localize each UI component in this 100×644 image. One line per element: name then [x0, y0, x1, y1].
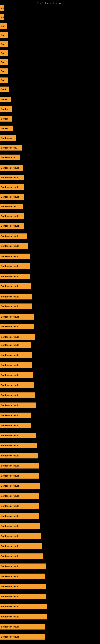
bar-item-12: Bottlen: [0, 106, 12, 112]
bar-item-23: Bottleneck result: [0, 213, 24, 219]
bar-label-20: Bottleneck result: [1, 186, 19, 188]
bar-label-51: Bottleneck result: [1, 495, 19, 497]
bar-label-13: Bottlen: [1, 118, 8, 120]
bar-item-18: Bottleneck result: [0, 165, 23, 171]
bar-item-50: Bottleneck result: [0, 483, 40, 489]
bar-label-38: Bottleneck result: [1, 364, 19, 366]
bar-label-10: Bottl: [1, 88, 6, 90]
bar-item-36: Bottleneck result: [0, 342, 31, 348]
bar-item-39: Bottleneck result: [0, 372, 33, 378]
bar-label-49: Bottleneck result: [1, 474, 19, 477]
bar-item-40: Bottleneck result: [0, 382, 34, 388]
bar-item-52: Bottleneck result: [0, 503, 39, 509]
bar-label-11: Bottle: [1, 98, 7, 100]
site-title: TheBottlenecker.com: [0, 0, 100, 6]
bar-label-8: Bott: [1, 70, 5, 72]
bar-label-6: Bott: [1, 52, 5, 54]
bar-label-48: Bottleneck result: [1, 464, 19, 467]
bar-item-58: Bottleneck result: [0, 564, 46, 569]
bar-label-9: Bott: [1, 79, 5, 82]
bar-item-64: Bottleneck result: [0, 624, 45, 630]
bar-label-4: Bott: [1, 34, 5, 36]
bar-item-25: Bottleneck result: [0, 234, 27, 239]
bar-label-27: Bottleneck result: [1, 255, 19, 258]
bar-item-65: Bottleneck result: [0, 634, 45, 640]
bar-label-7: Bott: [1, 61, 5, 64]
bar-item-13: Bottlen: [0, 116, 12, 122]
bar-item-31: Bottleneck result: [0, 294, 32, 300]
bar-item-61: Bottleneck result: [0, 594, 46, 599]
bar-item-20: Bottleneck result: [0, 184, 24, 190]
bar-item-22: Bottleneck resu: [0, 204, 23, 209]
bar-item-51: Bottleneck result: [0, 493, 39, 499]
bar-item-38: Bottleneck result: [0, 362, 32, 368]
bar-item-49: Bottleneck result: [0, 473, 39, 478]
bar-label-61: Bottleneck result: [1, 595, 19, 598]
bar-label-65: Bottleneck result: [1, 636, 19, 638]
bar-label-56: Bottleneck result: [1, 545, 19, 548]
bar-label-32: Bottleneck result: [1, 305, 19, 308]
bar-label-37: Bottleneck result: [1, 354, 19, 356]
bar-label-5: Bott: [1, 43, 5, 45]
bar-item-33: Bottleneck result: [0, 314, 34, 320]
bar-item-28: Bottleneck result: [0, 263, 30, 269]
bar-item-5: Bott: [0, 41, 8, 47]
bar-item-34: Bottleneck result: [0, 324, 34, 329]
bar-label-15: Bottleneck: [1, 137, 12, 139]
bar-item-53: Bottleneck result: [0, 513, 39, 519]
bar-item-10: Bottl: [0, 86, 9, 92]
bar-label-31: Bottleneck result: [1, 296, 19, 298]
bar-label-16: Bottleneck resu: [1, 146, 17, 149]
bar-label-44: Bottleneck result: [1, 424, 19, 427]
bar-label-64: Bottleneck result: [1, 626, 19, 628]
bar-label-23: Bottleneck result: [1, 215, 19, 217]
bar-label-62: Bottleneck result: [1, 605, 19, 608]
bar-label-35: Bottleneck result: [1, 336, 19, 338]
bar-item-57: Bottleneck result: [0, 554, 43, 559]
bar-item-14: Bottlen: [0, 126, 13, 131]
bar-label-1: Bo: [1, 7, 3, 9]
bar-item-60: Bottleneck result: [0, 584, 46, 589]
bar-label-21: Bottleneck result: [1, 196, 19, 198]
bar-item-3: Bott: [0, 23, 7, 29]
bar-label-63: Bottleneck result: [1, 616, 19, 618]
bar-label-36: Bottleneck result: [1, 344, 19, 346]
bar-item-32: Bottleneck result: [0, 304, 32, 309]
bar-label-41: Bottleneck result: [1, 394, 19, 396]
bar-label-22: Bottleneck resu: [1, 205, 17, 208]
bar-item-55: Bottleneck result: [0, 533, 41, 539]
bar-item-54: Bottleneck result: [0, 523, 40, 529]
bar-item-45: Bottleneck result: [0, 433, 36, 438]
bar-label-60: Bottleneck result: [1, 585, 19, 588]
bar-item-30: Bottleneck result: [0, 283, 31, 289]
bar-label-46: Bottleneck result: [1, 444, 19, 447]
bar-item-4: Bott: [0, 32, 8, 38]
bar-label-54: Bottleneck result: [1, 525, 19, 527]
bar-label-33: Bottleneck result: [1, 316, 19, 318]
bar-label-2: Bo: [1, 16, 3, 18]
bar-label-55: Bottleneck result: [1, 535, 19, 537]
bar-label-57: Bottleneck result: [1, 555, 19, 558]
bar-item-1: Bo: [0, 5, 3, 11]
bar-item-44: Bottleneck result: [0, 422, 31, 428]
bar-label-19: Bottleneck result: [1, 176, 19, 179]
bar-label-12: Bottlen: [1, 108, 8, 110]
bar-label-59: Bottleneck result: [1, 575, 19, 578]
bar-item-63: Bottleneck result: [0, 614, 47, 620]
bar-label-25: Bottleneck result: [1, 235, 19, 238]
bar-item-9: Bott: [0, 78, 8, 83]
bar-item-19: Bottleneck result: [0, 175, 24, 180]
bar-item-17: Bottleneck re: [0, 154, 20, 160]
bar-item-2: Bo: [0, 14, 3, 20]
bar-label-47: Bottleneck result: [1, 454, 19, 457]
bar-item-29: Bottleneck result: [0, 274, 30, 279]
bar-item-6: Bott: [0, 50, 8, 56]
bar-item-42: Bottleneck result: [0, 402, 36, 408]
bar-item-47: Bottleneck result: [0, 453, 38, 458]
bar-label-40: Bottleneck result: [1, 384, 19, 386]
bar-label-50: Bottleneck result: [1, 484, 19, 487]
bar-item-46: Bottleneck result: [0, 443, 37, 448]
bar-label-45: Bottleneck result: [1, 434, 19, 437]
bar-label-14: Bottlen: [1, 127, 8, 130]
bar-item-41: Bottleneck result: [0, 392, 35, 398]
